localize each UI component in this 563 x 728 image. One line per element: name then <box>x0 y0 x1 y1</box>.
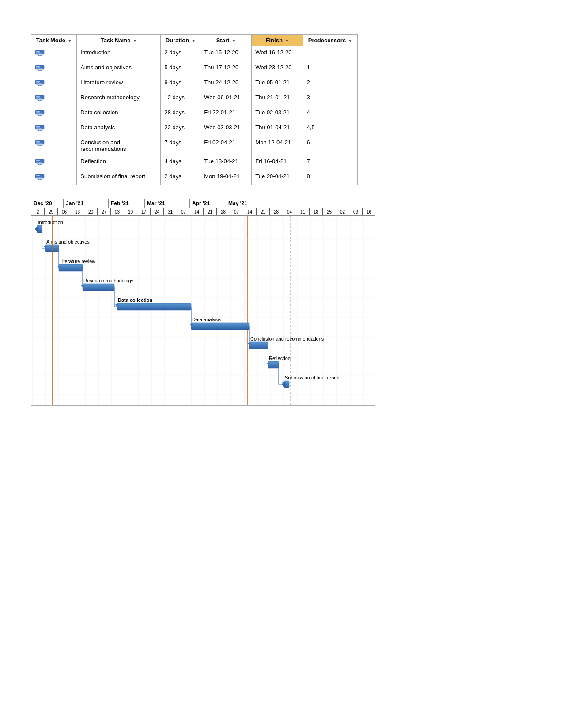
task-duration-cell: 12 days <box>161 91 200 106</box>
task-finish-cell: Tue 20-04-21 <box>252 170 303 185</box>
task-start-cell: Wed 06-01-21 <box>200 91 252 106</box>
task-predecessor-cell: 4,5 <box>303 121 357 136</box>
task-mode-icon <box>35 109 45 118</box>
svg-rect-7 <box>36 81 40 83</box>
week-cell: 29 <box>45 208 58 215</box>
svg-rect-17 <box>36 128 42 129</box>
task-duration-cell: 2 days <box>161 46 200 61</box>
task-mode-cell <box>31 106 77 121</box>
task-mode-icon <box>35 94 45 103</box>
task-mode-icon <box>35 173 45 182</box>
week-cell: 03 <box>111 208 124 215</box>
task-mode-icon <box>35 139 45 148</box>
week-cell: 18 <box>310 208 323 215</box>
week-cell: 2 <box>31 208 45 215</box>
task-start-cell: Fri 02-04-21 <box>200 136 252 155</box>
task-predecessor-cell: 6 <box>303 136 357 155</box>
week-cell: 07 <box>177 208 190 215</box>
task-name-cell: Reflection <box>77 155 161 170</box>
task-start-cell: Mon 19-04-21 <box>200 170 252 185</box>
task-name-cell: Conclusion and recommendations <box>77 136 161 155</box>
svg-text:Conclusion and recommendations: Conclusion and recommendations <box>250 336 324 341</box>
week-cell: 21 <box>204 208 217 215</box>
svg-text:Reflection: Reflection <box>269 356 291 361</box>
table-row: Introduction2 daysTue 15-12-20Wed 16-12-… <box>31 46 358 61</box>
table-row: Reflection4 daysTue 13-04-21Fri 16-04-21… <box>31 155 358 170</box>
task-mode-cell <box>31 121 77 136</box>
table-row: Data analysis22 daysWed 03-03-21Thu 01-0… <box>31 121 358 136</box>
task-start-cell: Thu 24-12-20 <box>200 76 252 91</box>
svg-rect-5 <box>36 68 42 69</box>
svg-rect-10 <box>36 96 40 98</box>
svg-rect-16 <box>36 126 40 128</box>
gantt-body: IntroductionAims and objectivesLiteratur… <box>31 216 375 405</box>
week-cell: 06 <box>58 208 71 215</box>
table-row: Data collection28 daysFri 22-01-21Tue 02… <box>31 106 358 121</box>
month-mar21: Mar '21 <box>145 199 190 208</box>
task-mode-cell <box>31 170 77 185</box>
task-start-cell: Fri 22-01-21 <box>200 106 252 121</box>
task-mode-cell <box>31 46 77 61</box>
svg-text:Literature review: Literature review <box>60 259 95 264</box>
svg-rect-22 <box>36 160 40 161</box>
task-mode-cell <box>31 136 77 155</box>
col-header-duration: Duration ▼ <box>161 35 200 46</box>
week-cell: 04 <box>283 208 296 215</box>
task-duration-cell: 9 days <box>161 76 200 91</box>
task-finish-cell: Fri 16-04-21 <box>252 155 303 170</box>
svg-rect-20 <box>36 143 42 144</box>
table-row: Research methodology12 daysWed 06-01-21T… <box>31 91 358 106</box>
task-mode-icon <box>35 49 45 58</box>
svg-rect-14 <box>36 113 42 114</box>
week-cell: 11 <box>296 208 310 215</box>
task-finish-cell: Thu 21-01-21 <box>252 91 303 106</box>
week-cell: 10 <box>124 208 137 215</box>
task-predecessor-cell: 2 <box>303 76 357 91</box>
svg-text:Research methodology: Research methodology <box>83 278 134 283</box>
task-duration-cell: 7 days <box>161 136 200 155</box>
task-name-cell: Data collection <box>77 106 161 121</box>
table-row: Aims and objectives5 daysThu 17-12-20Wed… <box>31 61 358 76</box>
task-finish-cell: Mon 12-04-21 <box>252 136 303 155</box>
task-name-cell: Aims and objectives <box>77 61 161 76</box>
svg-rect-13 <box>36 111 40 113</box>
svg-rect-23 <box>36 162 42 163</box>
table-row: Literature review9 daysThu 24-12-20Tue 0… <box>31 76 358 91</box>
week-cell: 24 <box>151 208 164 215</box>
svg-rect-1 <box>36 51 40 53</box>
svg-text:Aims and objectives: Aims and objectives <box>46 239 90 244</box>
week-cell: 13 <box>71 208 84 215</box>
col-header-task-name: Task Name ▼ <box>77 35 161 46</box>
month-header-row: Dec '20 Jan '21 Feb '21 Mar '21 Apr '21 … <box>31 199 375 208</box>
svg-rect-76 <box>191 323 249 330</box>
svg-rect-25 <box>36 175 40 176</box>
task-name-cell: Data analysis <box>77 121 161 136</box>
task-start-cell: Tue 13-04-21 <box>200 155 252 170</box>
task-predecessor-cell: 3 <box>303 91 357 106</box>
task-mode-cell <box>31 76 77 91</box>
task-mode-icon <box>35 79 45 88</box>
task-predecessor-cell: 7 <box>303 155 357 170</box>
task-mode-cell <box>31 91 77 106</box>
week-cell: 09 <box>349 208 363 215</box>
svg-rect-2 <box>36 53 42 54</box>
task-start-cell: Tue 15-12-20 <box>200 46 252 61</box>
week-cell: 07 <box>230 208 243 215</box>
month-feb21: Feb '21 <box>109 199 145 208</box>
week-cell: 02 <box>336 208 349 215</box>
svg-rect-72 <box>83 284 114 291</box>
gantt-table: Task Mode ▼ Task Name ▼ Duration ▼ Start… <box>31 34 358 185</box>
task-duration-cell: 2 days <box>161 170 200 185</box>
col-header-finish: Finish ▼ <box>252 35 303 46</box>
table-row: Conclusion and recommendations7 daysFri … <box>31 136 358 155</box>
task-predecessor-cell <box>303 46 357 61</box>
table-row: Submission of final report2 daysMon 19-0… <box>31 170 358 185</box>
week-cell: 27 <box>98 208 111 215</box>
month-apr21: Apr '21 <box>190 199 226 208</box>
week-cell: 14 <box>243 208 257 215</box>
task-start-cell: Thu 17-12-20 <box>200 61 252 76</box>
week-cell: 14 <box>190 208 204 215</box>
task-predecessor-cell: 8 <box>303 170 357 185</box>
task-mode-icon <box>35 124 45 133</box>
svg-rect-19 <box>36 141 40 143</box>
